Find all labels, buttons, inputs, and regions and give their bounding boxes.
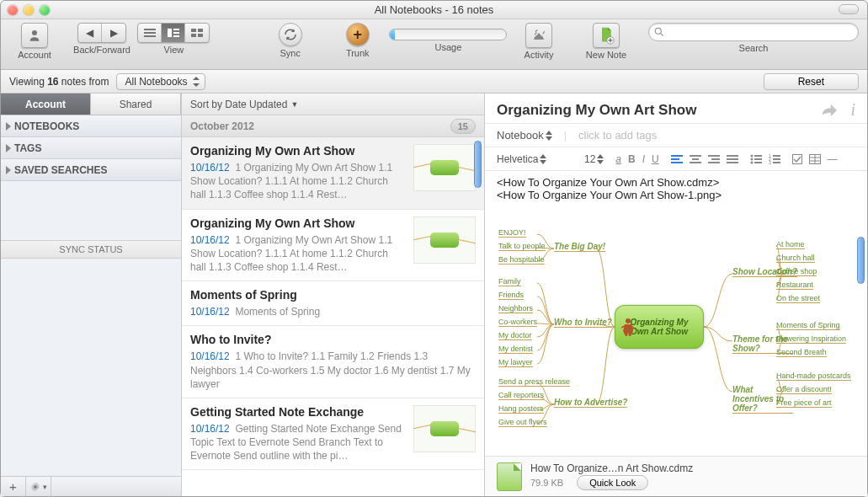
svg-point-32 bbox=[626, 318, 631, 323]
note-item-thumbnail bbox=[413, 216, 476, 264]
align-justify-button[interactable] bbox=[727, 155, 738, 163]
sidebar: Account Shared NOTEBOOKS TAGS SAVED SEAR… bbox=[1, 94, 182, 496]
activity-button[interactable] bbox=[525, 23, 552, 48]
note-list-item[interactable]: Moments of Spring10/16/12 Moments of Spr… bbox=[182, 281, 484, 326]
mindmap-leaf: ENJOY! bbox=[498, 228, 526, 238]
satellite-icon bbox=[530, 27, 547, 44]
mindmap-leaf: Free piece of art bbox=[776, 398, 832, 408]
share-button[interactable] bbox=[820, 103, 839, 118]
mindmap-leaf: On the street bbox=[776, 294, 820, 303]
note-list-item[interactable]: Organizing My Own Art Show10/16/12 1 Org… bbox=[182, 137, 484, 210]
note-title[interactable]: Organizing My Own Art Show bbox=[497, 102, 808, 119]
align-center-button[interactable] bbox=[690, 155, 701, 163]
disclosure-triangle-icon bbox=[6, 144, 11, 152]
italic-button[interactable]: I bbox=[642, 153, 645, 165]
filter-bar: Viewing 16 notes from All Notebooks Rese… bbox=[1, 70, 867, 94]
person-icon bbox=[620, 317, 636, 337]
svg-rect-10 bbox=[198, 34, 203, 37]
sidebar-tab-account[interactable]: Account bbox=[1, 94, 91, 115]
quick-look-button[interactable]: Quick Look bbox=[577, 475, 648, 490]
attachment-size: 79.9 KB bbox=[530, 477, 563, 489]
mindmap-branch: How to Advertise? bbox=[554, 398, 627, 408]
note-body[interactable]: <How To Organize Your Own Art Show.cdmz>… bbox=[485, 171, 867, 456]
filter-prefix: Viewing 16 notes from bbox=[9, 76, 109, 88]
svg-rect-0 bbox=[144, 29, 156, 30]
sidebar-tab-shared[interactable]: Shared bbox=[91, 94, 181, 115]
note-list-item[interactable]: Getting Started Note Exchange10/16/12 Ge… bbox=[182, 398, 484, 471]
number-list-button[interactable]: 123 bbox=[769, 154, 780, 164]
align-right-button[interactable] bbox=[708, 155, 720, 163]
notebook-selector[interactable]: Notebook bbox=[497, 129, 552, 142]
editor-scrollbar[interactable] bbox=[857, 237, 865, 284]
reset-button[interactable]: Reset bbox=[764, 73, 859, 90]
hr-button[interactable]: — bbox=[828, 153, 836, 165]
list-scrollbar[interactable] bbox=[474, 141, 482, 188]
forward-button[interactable]: ▶ bbox=[102, 24, 125, 42]
month-header: October 2012 15 bbox=[182, 115, 484, 137]
mindmap-leaf: Be hospitable bbox=[498, 255, 545, 265]
mindmap-branch: Who to Invite? bbox=[554, 318, 612, 328]
bold-button[interactable]: B bbox=[628, 153, 636, 165]
sidebar-notebooks-header[interactable]: NOTEBOOKS bbox=[1, 115, 181, 137]
view-list-button[interactable] bbox=[138, 24, 162, 42]
toolbar-search-label: Search bbox=[739, 43, 769, 53]
toolbar-toggle-button[interactable] bbox=[839, 4, 859, 14]
note-editor: Organizing My Own Art Show i Notebook | … bbox=[485, 94, 867, 496]
bullet-list-button[interactable] bbox=[750, 154, 762, 164]
mindmap-branch: The Big Day! bbox=[554, 242, 605, 252]
search-input[interactable] bbox=[648, 23, 859, 41]
toolbar-trunk-label: Trunk bbox=[346, 48, 370, 58]
tags-input[interactable]: click to add tags bbox=[578, 129, 657, 142]
mindmap-leaf: Restaurant bbox=[776, 281, 813, 290]
mindmap-leaf: Friends bbox=[498, 291, 524, 300]
account-button[interactable] bbox=[21, 23, 48, 48]
font-selector[interactable]: Helvetica bbox=[497, 153, 572, 165]
mindmap-leaf: Family bbox=[498, 277, 521, 286]
svg-rect-7 bbox=[191, 29, 196, 32]
toolbar-backfwd-label: Back/Forward bbox=[73, 45, 130, 55]
sidebar-saved-searches-header[interactable]: SAVED SEARCHES bbox=[1, 159, 181, 181]
trunk-button[interactable]: + bbox=[346, 23, 370, 46]
notebook-filter-dropdown[interactable]: All Notebooks bbox=[116, 73, 205, 90]
note-list-item[interactable]: Organizing My Own Art Show10/16/12 1 Org… bbox=[182, 210, 484, 282]
toolbar-newnote-label: New Note bbox=[586, 50, 626, 60]
sync-button[interactable] bbox=[279, 23, 302, 46]
mindmap-leaf: Neighbors bbox=[498, 304, 533, 313]
toolbar-sync-label: Sync bbox=[280, 48, 301, 58]
note-list-item[interactable]: Who to Invite?10/16/12 1 Who to Invite? … bbox=[182, 326, 484, 398]
mindmap-center-node: Organizing My Own Art Show bbox=[615, 305, 704, 349]
svg-rect-26 bbox=[773, 162, 780, 163]
new-note-button[interactable] bbox=[593, 23, 620, 48]
svg-point-19 bbox=[750, 161, 753, 163]
svg-rect-2 bbox=[144, 35, 156, 37]
mindmap-leaf: Call reporters bbox=[498, 391, 544, 400]
checkbox-button[interactable] bbox=[792, 154, 802, 164]
svg-rect-18 bbox=[754, 158, 762, 160]
svg-point-11 bbox=[537, 34, 540, 36]
note-item-snippet: 10/16/12 1 Organizing My Own Art Show 1.… bbox=[190, 161, 405, 202]
note-item-title: Getting Started Note Exchange bbox=[190, 405, 405, 419]
font-size-selector[interactable]: 12 bbox=[584, 153, 604, 165]
sync-status-header[interactable]: SYNC STATUS bbox=[1, 240, 181, 259]
mindmap-leaf: My lawyer bbox=[498, 358, 533, 367]
underline-button[interactable]: U bbox=[652, 153, 659, 165]
view-thumbnail-button[interactable] bbox=[185, 24, 209, 42]
note-item-snippet: 10/16/12 1 Who to Invite? 1.1 Family 1.2… bbox=[190, 350, 476, 391]
info-button[interactable]: i bbox=[850, 100, 855, 120]
sort-bar[interactable]: Sort by Date Updated▼ bbox=[182, 94, 484, 115]
sidebar-tags-header[interactable]: TAGS bbox=[1, 137, 181, 159]
window-title: All Notebooks - 16 notes bbox=[1, 3, 867, 16]
svg-rect-8 bbox=[198, 29, 203, 32]
note-item-thumbnail bbox=[413, 144, 476, 191]
settings-button[interactable]: ▾ bbox=[26, 477, 51, 496]
view-snippet-button[interactable] bbox=[162, 24, 185, 42]
table-button[interactable] bbox=[809, 154, 821, 164]
back-button[interactable]: ◀ bbox=[78, 24, 102, 42]
svg-rect-1 bbox=[144, 32, 156, 34]
underline-alt-button[interactable]: a bbox=[615, 153, 621, 165]
align-left-button[interactable] bbox=[671, 155, 683, 163]
add-button[interactable]: + bbox=[1, 477, 26, 496]
note-item-title: Organizing My Own Art Show bbox=[190, 144, 405, 158]
note-list: Sort by Date Updated▼ October 2012 15 Or… bbox=[182, 94, 485, 496]
mindmap-leaf: Give out flyers bbox=[498, 418, 547, 427]
